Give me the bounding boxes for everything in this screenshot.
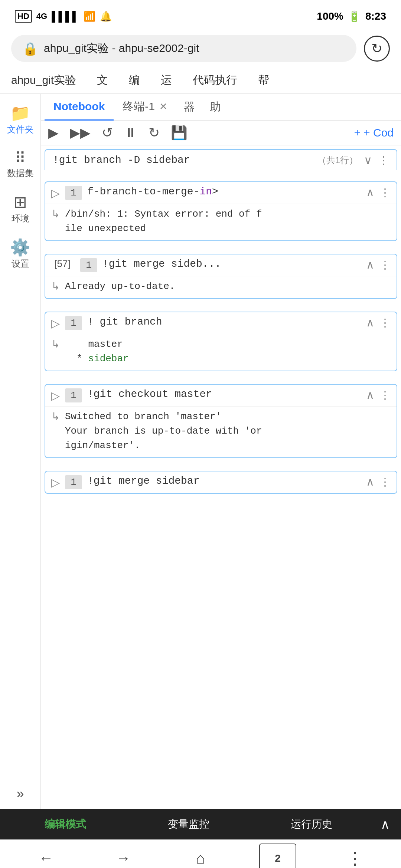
cell-merge2-code-row: ▷ 1 !git merge sidebar ∧ ⋮ xyxy=(45,471,397,493)
reload-button[interactable]: ↻ xyxy=(364,36,390,62)
nav-bian[interactable]: 编 xyxy=(118,67,150,94)
more-menu-icon: ⋮ xyxy=(346,848,363,868)
home-icon: ⌂ xyxy=(196,849,205,867)
cell-header-chevron[interactable]: ∨ xyxy=(364,154,372,167)
sidebar-item-settings[interactable]: ⚙️ 设置 xyxy=(0,232,40,277)
hd-icon: HD xyxy=(15,10,32,23)
var-monitor-btn[interactable]: 变量监控 xyxy=(127,817,250,831)
nav-yun[interactable]: 运 xyxy=(150,67,182,94)
cell-checkout-run-btn[interactable]: ▷ xyxy=(51,389,60,402)
tab-terminal[interactable]: 终端-1 ✕ xyxy=(114,94,176,121)
tab-extra-label: 器 xyxy=(184,101,195,113)
battery-text: 100% xyxy=(317,10,343,22)
content-area: Notebook 终端-1 ✕ 器 助 ▶ ▶▶ ↺ ⏸ ↻ 💾 + + Cod xyxy=(41,94,401,809)
dataset-icon: ⠿ xyxy=(15,150,26,165)
cell-branch-output: ↳ master * sidebar xyxy=(45,334,397,371)
tab-terminal-close[interactable]: ✕ xyxy=(159,101,167,112)
cell-branch-run-btn[interactable]: ▷ xyxy=(51,317,60,330)
bell-icon: 🔔 xyxy=(100,11,112,22)
nav-menu: ahpu_git实验 文 编 运 代码执行 帮 xyxy=(0,67,401,94)
tab-terminal-label: 终端-1 xyxy=(123,99,155,114)
cell-57-menu[interactable]: ⋮ xyxy=(379,258,391,271)
cell-merge2-run-btn[interactable]: ▷ xyxy=(51,476,60,489)
run-history-btn[interactable]: 运行历史 xyxy=(250,817,373,831)
settings-icon: ⚙️ xyxy=(10,239,30,256)
cell-merge2: ▷ 1 !git merge sidebar ∧ ⋮ xyxy=(45,471,397,494)
nav-tabs-button[interactable]: 2 xyxy=(259,844,296,868)
url-text: ahpu_git实验 - ahpu-se2002-git xyxy=(44,41,199,56)
signal-bars-icon: ▌▌▌▌ xyxy=(52,11,79,22)
tab-extra[interactable]: 器 xyxy=(176,99,202,115)
cell-header-title: !git branch -D sidebar xyxy=(53,154,312,166)
cell-header-badge: （共1行） xyxy=(317,154,358,166)
tab-help[interactable]: 助 xyxy=(202,99,228,115)
cell-merge2-code: !git merge sidebar xyxy=(87,475,361,487)
cell-checkout-chevron-up[interactable]: ∧ xyxy=(366,388,374,401)
plus-icon: + xyxy=(354,126,361,139)
cell-checkout-line-num: 1 xyxy=(65,388,82,402)
tab-notebook[interactable]: Notebook xyxy=(45,94,114,121)
sidebar-item-dataset[interactable]: ⠿ 数据集 xyxy=(0,143,40,187)
nav-ahpu-git[interactable]: ahpu_git实验 xyxy=(7,67,87,94)
nav-forward-button[interactable]: → xyxy=(105,844,142,868)
forward-arrow-icon: → xyxy=(116,850,131,867)
save-button[interactable]: 💾 xyxy=(171,125,188,141)
tabs-bar: Notebook 终端-1 ✕ 器 助 xyxy=(41,94,401,121)
cell-merge2-chevron-up[interactable]: ∧ xyxy=(366,475,374,488)
cell-1-output-arrow: ↳ xyxy=(51,208,60,220)
nav-code-run[interactable]: 代码执行 xyxy=(182,67,248,94)
reset-button[interactable]: ↻ xyxy=(149,125,160,141)
sidebar-expand-btn[interactable]: » xyxy=(9,779,31,809)
sidebar-folder-label: 文件夹 xyxy=(7,124,34,135)
cell-57-line-num: 1 xyxy=(80,258,97,272)
nav-menu-button[interactable]: ⋮ xyxy=(336,844,374,868)
url-bar[interactable]: 🔒 ahpu_git实验 - ahpu-se2002-git xyxy=(11,35,356,62)
cell-1-output: ↳ /bin/sh: 1: Syntax error: end of file … xyxy=(45,204,397,240)
cell-branch-line-num: 1 xyxy=(65,316,82,330)
sidebar-item-env[interactable]: ⊞ 环境 xyxy=(0,187,40,232)
cell-branch-chevron-up[interactable]: ∧ xyxy=(366,316,374,329)
cells-container[interactable]: !git branch -D sidebar （共1行） ∨ ⋮ ▷ 1 f-b… xyxy=(41,145,401,809)
cell-57-chevron-up[interactable]: ∧ xyxy=(366,258,374,271)
env-icon: ⊞ xyxy=(13,194,27,210)
run-all-button[interactable]: ▶▶ xyxy=(70,125,91,141)
cell-checkout: ▷ 1 !git checkout master ∧ ⋮ ↳ Switched … xyxy=(45,384,397,458)
cell-checkout-code-row: ▷ 1 !git checkout master ∧ ⋮ xyxy=(45,385,397,406)
tab-notebook-label: Notebook xyxy=(53,100,105,113)
run-button[interactable]: ▶ xyxy=(48,125,59,141)
cell-checkout-code: !git checkout master xyxy=(87,388,361,400)
nav-help[interactable]: 帮 xyxy=(248,67,280,94)
cell-1-run-btn[interactable]: ▷ xyxy=(51,187,60,200)
cell-57-num: [57] xyxy=(51,258,74,270)
cell-header-menu[interactable]: ⋮ xyxy=(378,154,389,167)
cell-checkout-menu[interactable]: ⋮ xyxy=(379,388,391,401)
cell-merge2-menu[interactable]: ⋮ xyxy=(379,475,391,488)
add-code-label: + Cod xyxy=(363,126,394,139)
cell-1-menu[interactable]: ⋮ xyxy=(379,186,391,199)
status-left: HD 4G ▌▌▌▌ 📶 🔔 xyxy=(15,10,112,23)
restart-button[interactable]: ↺ xyxy=(102,125,113,141)
add-code-button[interactable]: + + Cod xyxy=(354,126,394,139)
nav-home-button[interactable]: ⌂ xyxy=(182,844,219,868)
cell-57-output-arrow: ↳ xyxy=(51,280,60,292)
signal-4g-icon: 4G xyxy=(36,11,47,21)
reload-icon: ↻ xyxy=(371,41,382,56)
battery-icon: 🔋 xyxy=(348,10,361,23)
sidebar-item-folder[interactable]: 📁 文件夹 xyxy=(0,98,40,143)
bottom-expand-btn[interactable]: ∧ xyxy=(373,817,397,832)
browser-bar: 🔒 ahpu_git实验 - ahpu-se2002-git ↻ xyxy=(0,30,401,67)
cell-branch-menu[interactable]: ⋮ xyxy=(379,316,391,329)
nav-wen[interactable]: 文 xyxy=(87,67,118,94)
pause-button[interactable]: ⏸ xyxy=(124,125,137,141)
time-display: 8:23 xyxy=(365,10,386,22)
cell-1-chevron-up[interactable]: ∧ xyxy=(366,186,374,199)
sidebar-dataset-label: 数据集 xyxy=(7,167,34,179)
cell-merge2-line-num: 1 xyxy=(65,475,82,489)
lock-icon: 🔒 xyxy=(22,41,38,56)
edit-mode-btn[interactable]: 编辑模式 xyxy=(4,817,127,831)
cell-checkout-output-text: Switched to branch 'master'Your branch i… xyxy=(65,410,391,453)
nav-bar: ← → ⌂ 2 ⋮ xyxy=(0,839,401,868)
cell-header-bar: !git branch -D sidebar （共1行） ∨ ⋮ xyxy=(45,149,397,170)
nav-back-button[interactable]: ← xyxy=(27,844,65,868)
sidebar: 📁 文件夹 ⠿ 数据集 ⊞ 环境 ⚙️ 设置 » xyxy=(0,94,41,809)
